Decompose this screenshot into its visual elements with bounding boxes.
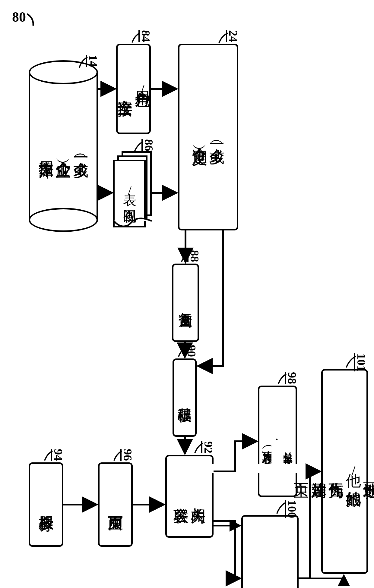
basetpl-label: 基础模板: [177, 396, 193, 399]
db-label: （一个或多 个）企业应 用数据库: [37, 149, 90, 152]
auth-label: 授权服务: [37, 503, 55, 506]
query-label: （一个或多 个）查询定义: [191, 135, 226, 139]
tables-label: 表/视图: [122, 183, 137, 200]
assoc-label: 相关内 容关联: [172, 496, 207, 497]
enduser-label: 充分利用分析 模板的最终用 户分析报告创建: [245, 576, 295, 580]
apppage-label: 应用页面: [107, 503, 124, 506]
tile-label: 最终用户 可选地就 他/她的报 告作为瓦 片添加到 主页: [293, 461, 374, 481]
compq-label: 复合查询: [178, 302, 194, 304]
sample-label: 样本报告 发布（可选）: [261, 439, 294, 443]
roles-label: 用户角色/ 安全连接: [116, 79, 151, 99]
